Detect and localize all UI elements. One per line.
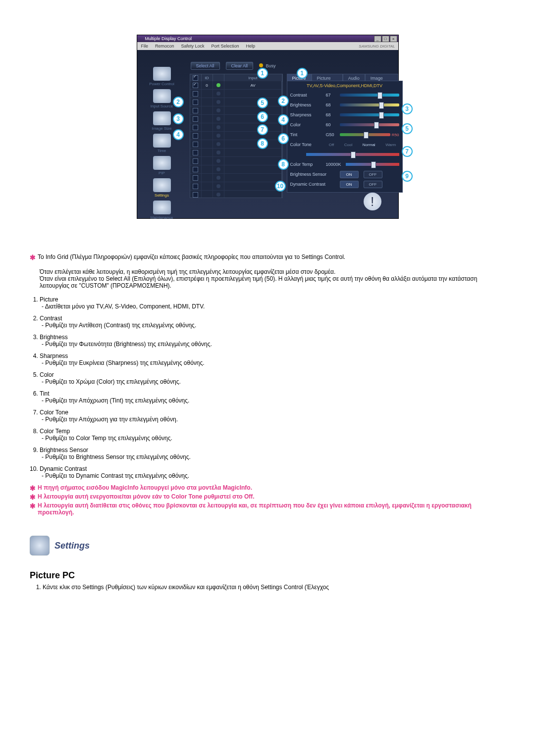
row-input (224, 106, 282, 114)
nav-pip[interactable]: PIP (144, 156, 180, 175)
row-input (224, 165, 282, 173)
nav-settings[interactable]: Settings (144, 178, 180, 198)
color-temp-slider[interactable] (346, 163, 399, 166)
row-input (224, 149, 282, 156)
menu-help[interactable]: Help (246, 44, 256, 49)
list-item: Brightness- Ρυθμίζει την Φωτεινότητα (Br… (40, 334, 505, 348)
para2a: Όταν επιλέγεται κάθε λειτουργία, η καθορ… (40, 268, 335, 275)
tint-slider[interactable] (340, 133, 390, 136)
status-led-icon (216, 142, 220, 146)
row-checkbox[interactable] (193, 184, 198, 189)
item-title: Picture (40, 296, 505, 303)
grid-header-input: Input (224, 74, 282, 81)
color-label: Color (290, 122, 326, 127)
table-row[interactable] (190, 115, 282, 123)
dynamic-contrast-off[interactable]: OFF (364, 181, 382, 188)
table-row[interactable] (190, 132, 282, 140)
nav-maintenance[interactable]: Maintenance (144, 201, 180, 220)
row-id (202, 90, 213, 98)
table-row[interactable] (190, 123, 282, 132)
table-row[interactable] (190, 157, 282, 165)
brightness-slider[interactable] (340, 103, 399, 106)
clear-all-button[interactable]: Clear All (226, 62, 254, 70)
color-slider[interactable] (340, 123, 399, 126)
maximize-icon[interactable]: □ (382, 36, 389, 42)
color-tone-off[interactable]: Off (329, 143, 334, 147)
contrast-slider[interactable] (340, 94, 399, 97)
brightness-sensor-off[interactable]: OFF (364, 171, 382, 178)
row-checkbox[interactable] (193, 150, 198, 155)
minimize-icon[interactable]: _ (374, 36, 381, 42)
table-row[interactable] (190, 191, 282, 198)
star-icon: ✱ (30, 502, 36, 516)
close-icon[interactable]: × (390, 36, 397, 42)
status-led-icon (216, 176, 220, 180)
row-checkbox[interactable] (193, 125, 198, 130)
picture-pc-heading: Picture PC (30, 570, 505, 581)
row-checkbox[interactable] (193, 91, 198, 97)
sharpness-value: 68 (326, 112, 340, 117)
color-tone-normal[interactable]: Normal (363, 143, 375, 147)
tint-value-g: G50 (326, 132, 340, 137)
app-screenshot: Multiple Display Control _ □ × File Remo… (137, 35, 399, 219)
callout-2-panel: 2 (278, 96, 289, 106)
sharpness-slider[interactable] (340, 113, 399, 116)
row-checkbox[interactable] (193, 108, 198, 113)
color-tone-slider[interactable] (306, 153, 399, 156)
row-input (224, 123, 282, 131)
row-checkbox[interactable] (193, 192, 198, 198)
window-titlebar: Multiple Display Control _ □ × (137, 35, 398, 42)
list-item: Picture- Διατίθεται μόνο για TV,AV, S-Vi… (40, 296, 505, 310)
grid-header-check[interactable] (190, 74, 202, 81)
list-item: Brightness Sensor- Ρυθμίζει το Brightnes… (40, 447, 505, 460)
menu-port-selection[interactable]: Port Selection (212, 44, 239, 49)
status-led-icon (216, 159, 220, 163)
callout-8-grid: 8 (257, 138, 268, 149)
dynamic-contrast-on[interactable]: ON (340, 181, 359, 188)
row-checkbox[interactable] (193, 142, 198, 147)
row-checkbox[interactable] (193, 175, 198, 181)
callout-8-panel: 8 (278, 159, 289, 170)
tint-value-r: R50 (390, 133, 399, 137)
callout-1-panel: 1 (297, 68, 308, 79)
contrast-value: 67 (326, 93, 340, 98)
table-row[interactable] (190, 140, 282, 149)
table-row[interactable]: 0AV (190, 81, 282, 90)
settings-icon (153, 178, 171, 192)
row-input (224, 182, 282, 190)
menu-file[interactable]: File (141, 44, 149, 49)
item-desc: - Ρυθμίζει την Αντίθεση (Contrast) της ε… (42, 322, 505, 329)
item-title: Sharpness (40, 353, 505, 359)
status-led-icon (216, 125, 220, 129)
row-checkbox[interactable] (193, 83, 198, 88)
table-row[interactable] (190, 174, 282, 182)
status-led-icon (216, 108, 220, 112)
row-checkbox[interactable] (193, 133, 198, 139)
menu-remocon[interactable]: Remocon (155, 44, 174, 49)
brightness-value: 68 (326, 102, 340, 107)
row-checkbox[interactable] (193, 158, 198, 164)
color-value: 60 (326, 122, 340, 127)
row-checkbox[interactable] (193, 167, 198, 172)
item-title: Color Tone (40, 409, 505, 416)
color-tone-cool[interactable]: Cool (344, 143, 352, 147)
row-checkbox[interactable] (193, 116, 198, 122)
brightness-sensor-on[interactable]: ON (340, 171, 359, 178)
nav-power-control[interactable]: Power Control (144, 67, 180, 86)
table-row[interactable] (190, 182, 282, 191)
row-id (202, 132, 213, 140)
table-row[interactable] (190, 165, 282, 174)
list-item: Tint- Ρυθμίζει την Απόχρωση (Tint) της ε… (40, 390, 505, 404)
item-desc: - Ρυθμίζει το Dynamic Contrast της επιλε… (42, 472, 505, 479)
table-row[interactable] (190, 149, 282, 157)
color-tone-warm[interactable]: Warm (385, 143, 396, 147)
select-all-button[interactable]: Select All (191, 62, 220, 70)
menu-safety-lock[interactable]: Safety Lock (181, 44, 205, 49)
dynamic-contrast-label: Dynamic Contrast (290, 182, 340, 187)
table-row[interactable] (190, 90, 282, 98)
callout-5-grid: 5 (257, 98, 268, 108)
table-row[interactable] (190, 106, 282, 115)
callout-6-grid: 6 (257, 111, 268, 122)
table-row[interactable] (190, 98, 282, 106)
row-checkbox[interactable] (193, 100, 198, 105)
